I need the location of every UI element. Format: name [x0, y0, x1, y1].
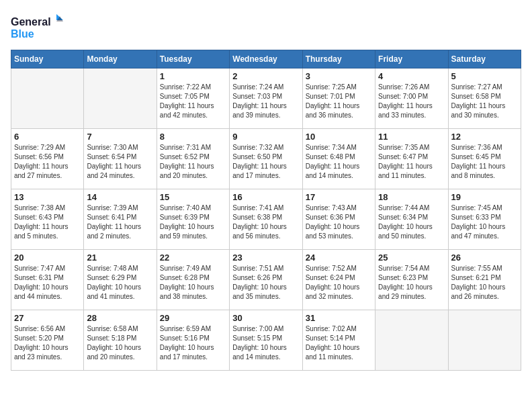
day-number: 18 [378, 192, 445, 202]
day-number: 2 [232, 71, 299, 81]
cell-info: Sunrise: 7:44 AM Sunset: 6:34 PM Dayligh… [378, 203, 445, 241]
calendar-cell: 11Sunrise: 7:35 AM Sunset: 6:47 PM Dayli… [375, 129, 448, 189]
calendar-cell: 3Sunrise: 7:25 AM Sunset: 7:01 PM Daylig… [302, 68, 375, 129]
day-number: 17 [306, 192, 372, 202]
col-header-saturday: Saturday [448, 50, 521, 68]
calendar-cell [448, 310, 521, 371]
calendar-cell: 13Sunrise: 7:38 AM Sunset: 6:43 PM Dayli… [11, 189, 84, 250]
day-number: 25 [378, 253, 445, 263]
col-header-sunday: Sunday [11, 50, 84, 68]
calendar-cell: 23Sunrise: 7:51 AM Sunset: 6:26 PM Dayli… [230, 250, 302, 310]
cell-info: Sunrise: 7:29 AM Sunset: 6:56 PM Dayligh… [14, 143, 81, 181]
calendar-cell: 31Sunrise: 7:02 AM Sunset: 5:14 PM Dayli… [302, 310, 375, 371]
col-header-wednesday: Wednesday [230, 50, 302, 68]
calendar-cell: 16Sunrise: 7:41 AM Sunset: 6:38 PM Dayli… [230, 189, 302, 250]
svg-text:General: General [11, 16, 51, 28]
calendar-cell: 29Sunrise: 6:59 AM Sunset: 5:16 PM Dayli… [157, 310, 229, 371]
cell-info: Sunrise: 7:51 AM Sunset: 6:26 PM Dayligh… [232, 264, 299, 302]
day-number: 15 [160, 192, 226, 202]
cell-info: Sunrise: 7:22 AM Sunset: 7:05 PM Dayligh… [160, 83, 226, 120]
col-header-tuesday: Tuesday [157, 50, 229, 68]
cell-info: Sunrise: 7:26 AM Sunset: 7:00 PM Dayligh… [378, 83, 445, 120]
day-number: 19 [451, 192, 518, 202]
cell-info: Sunrise: 7:27 AM Sunset: 6:58 PM Dayligh… [451, 83, 518, 120]
cell-info: Sunrise: 7:30 AM Sunset: 6:54 PM Dayligh… [87, 143, 153, 181]
cell-info: Sunrise: 7:24 AM Sunset: 7:03 PM Dayligh… [232, 83, 299, 120]
day-number: 28 [87, 313, 153, 323]
day-number: 7 [87, 132, 153, 142]
cell-info: Sunrise: 7:25 AM Sunset: 7:01 PM Dayligh… [306, 83, 372, 120]
day-number: 16 [232, 192, 299, 202]
day-number: 1 [160, 71, 226, 81]
calendar-cell: 28Sunrise: 6:58 AM Sunset: 5:18 PM Dayli… [84, 310, 157, 371]
day-number: 4 [378, 71, 445, 81]
calendar-cell: 19Sunrise: 7:45 AM Sunset: 6:33 PM Dayli… [448, 189, 521, 250]
day-number: 8 [160, 132, 226, 142]
calendar-cell: 12Sunrise: 7:36 AM Sunset: 6:45 PM Dayli… [448, 129, 521, 189]
cell-info: Sunrise: 7:34 AM Sunset: 6:48 PM Dayligh… [306, 143, 372, 181]
header-row: SundayMondayTuesdayWednesdayThursdayFrid… [11, 50, 521, 68]
day-number: 11 [378, 132, 445, 142]
calendar-cell: 27Sunrise: 6:56 AM Sunset: 5:20 PM Dayli… [11, 310, 84, 371]
calendar-cell: 7Sunrise: 7:30 AM Sunset: 6:54 PM Daylig… [84, 129, 157, 189]
calendar-cell: 15Sunrise: 7:40 AM Sunset: 6:39 PM Dayli… [157, 189, 229, 250]
day-number: 30 [232, 313, 299, 323]
day-number: 3 [306, 71, 372, 81]
calendar-cell: 9Sunrise: 7:32 AM Sunset: 6:50 PM Daylig… [230, 129, 302, 189]
col-header-monday: Monday [84, 50, 157, 68]
cell-info: Sunrise: 7:48 AM Sunset: 6:29 PM Dayligh… [87, 264, 153, 302]
calendar-week-3: 13Sunrise: 7:38 AM Sunset: 6:43 PM Dayli… [11, 189, 521, 250]
calendar-cell [11, 68, 84, 129]
logo: General Blue [11, 11, 64, 44]
cell-info: Sunrise: 7:40 AM Sunset: 6:39 PM Dayligh… [160, 203, 226, 241]
cell-info: Sunrise: 7:54 AM Sunset: 6:23 PM Dayligh… [378, 264, 445, 302]
calendar-cell: 6Sunrise: 7:29 AM Sunset: 6:56 PM Daylig… [11, 129, 84, 189]
cell-info: Sunrise: 7:00 AM Sunset: 5:15 PM Dayligh… [232, 324, 299, 362]
col-header-thursday: Thursday [302, 50, 375, 68]
cell-info: Sunrise: 7:47 AM Sunset: 6:31 PM Dayligh… [14, 264, 81, 302]
cell-info: Sunrise: 7:02 AM Sunset: 5:14 PM Dayligh… [306, 324, 372, 362]
cell-info: Sunrise: 7:41 AM Sunset: 6:38 PM Dayligh… [232, 203, 299, 241]
day-number: 24 [306, 253, 372, 263]
calendar-cell: 5Sunrise: 7:27 AM Sunset: 6:58 PM Daylig… [448, 68, 521, 129]
cell-info: Sunrise: 6:56 AM Sunset: 5:20 PM Dayligh… [14, 324, 81, 362]
calendar-cell: 20Sunrise: 7:47 AM Sunset: 6:31 PM Dayli… [11, 250, 84, 310]
calendar-cell: 25Sunrise: 7:54 AM Sunset: 6:23 PM Dayli… [375, 250, 448, 310]
svg-text:Blue: Blue [11, 28, 34, 40]
calendar-cell: 22Sunrise: 7:49 AM Sunset: 6:28 PM Dayli… [157, 250, 229, 310]
cell-info: Sunrise: 7:45 AM Sunset: 6:33 PM Dayligh… [451, 203, 518, 241]
day-number: 23 [232, 253, 299, 263]
calendar-cell: 30Sunrise: 7:00 AM Sunset: 5:15 PM Dayli… [230, 310, 302, 371]
calendar-week-2: 6Sunrise: 7:29 AM Sunset: 6:56 PM Daylig… [11, 129, 521, 189]
calendar-cell: 14Sunrise: 7:39 AM Sunset: 6:41 PM Dayli… [84, 189, 157, 250]
cell-info: Sunrise: 7:49 AM Sunset: 6:28 PM Dayligh… [160, 264, 226, 302]
header: General Blue [11, 11, 521, 44]
calendar-week-5: 27Sunrise: 6:56 AM Sunset: 5:20 PM Dayli… [11, 310, 521, 371]
calendar-cell: 26Sunrise: 7:55 AM Sunset: 6:21 PM Dayli… [448, 250, 521, 310]
day-number: 5 [451, 71, 518, 81]
cell-info: Sunrise: 7:52 AM Sunset: 6:24 PM Dayligh… [306, 264, 372, 302]
cell-info: Sunrise: 6:59 AM Sunset: 5:16 PM Dayligh… [160, 324, 226, 362]
col-header-friday: Friday [375, 50, 448, 68]
calendar-week-1: 1Sunrise: 7:22 AM Sunset: 7:05 PM Daylig… [11, 68, 521, 129]
calendar-cell: 2Sunrise: 7:24 AM Sunset: 7:03 PM Daylig… [230, 68, 302, 129]
calendar-cell: 4Sunrise: 7:26 AM Sunset: 7:00 PM Daylig… [375, 68, 448, 129]
calendar-cell [375, 310, 448, 371]
calendar-cell: 8Sunrise: 7:31 AM Sunset: 6:52 PM Daylig… [157, 129, 229, 189]
calendar-cell: 21Sunrise: 7:48 AM Sunset: 6:29 PM Dayli… [84, 250, 157, 310]
calendar-cell: 17Sunrise: 7:43 AM Sunset: 6:36 PM Dayli… [302, 189, 375, 250]
day-number: 27 [14, 313, 81, 323]
day-number: 9 [232, 132, 299, 142]
cell-info: Sunrise: 7:31 AM Sunset: 6:52 PM Dayligh… [160, 143, 226, 181]
day-number: 21 [87, 253, 153, 263]
day-number: 6 [14, 132, 81, 142]
cell-info: Sunrise: 7:32 AM Sunset: 6:50 PM Dayligh… [232, 143, 299, 181]
day-number: 12 [451, 132, 518, 142]
cell-info: Sunrise: 7:38 AM Sunset: 6:43 PM Dayligh… [14, 203, 81, 241]
calendar-cell [84, 68, 157, 129]
calendar-cell: 10Sunrise: 7:34 AM Sunset: 6:48 PM Dayli… [302, 129, 375, 189]
logo-svg: General Blue [11, 11, 64, 44]
cell-info: Sunrise: 7:43 AM Sunset: 6:36 PM Dayligh… [306, 203, 372, 241]
calendar-week-4: 20Sunrise: 7:47 AM Sunset: 6:31 PM Dayli… [11, 250, 521, 310]
day-number: 14 [87, 192, 153, 202]
